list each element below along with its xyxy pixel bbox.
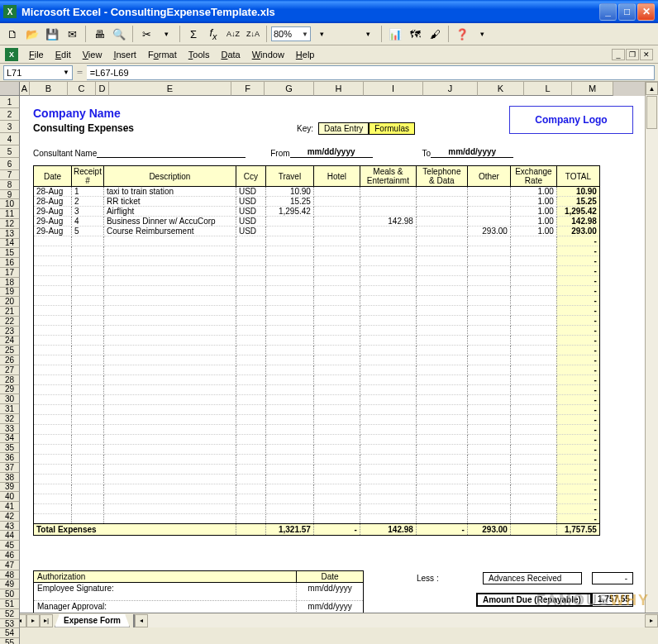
cell[interactable] [416, 246, 467, 256]
row-header-31[interactable]: 31 [0, 404, 20, 414]
row-header-42[interactable]: 42 [0, 512, 20, 522]
cell[interactable] [34, 385, 72, 395]
cell[interactable] [467, 355, 510, 365]
cell[interactable] [510, 385, 556, 395]
cell[interactable] [416, 207, 467, 217]
cell[interactable]: - [556, 445, 599, 455]
cell[interactable] [360, 246, 416, 256]
cell[interactable] [236, 276, 265, 286]
row-header-9[interactable]: 9 [0, 190, 20, 200]
row-header-54[interactable]: 54 [0, 628, 20, 638]
cell[interactable]: - [556, 346, 599, 355]
cell[interactable] [236, 355, 265, 365]
row-header-6[interactable]: 6 [0, 158, 20, 170]
cell[interactable] [467, 286, 510, 296]
cell[interactable] [265, 217, 313, 227]
cell[interactable] [72, 286, 104, 296]
col-header-C[interactable]: C [68, 82, 96, 96]
cell[interactable] [236, 435, 265, 445]
cell[interactable] [467, 475, 510, 484]
cell[interactable] [467, 326, 510, 336]
formula-input[interactable]: =L67-L69 [87, 65, 655, 80]
cell[interactable] [467, 306, 510, 316]
cell[interactable]: 142.98 [556, 217, 599, 227]
cell[interactable] [103, 266, 236, 276]
cell[interactable] [313, 494, 360, 504]
cell[interactable] [313, 415, 360, 425]
cell[interactable]: - [556, 405, 599, 415]
cell[interactable] [313, 227, 360, 236]
cell[interactable] [236, 256, 265, 266]
hscroll-left-icon[interactable]: ◂ [135, 614, 148, 627]
cell[interactable] [103, 256, 236, 266]
cut-icon[interactable]: ✂ [137, 25, 155, 43]
cell[interactable] [72, 336, 104, 346]
cell[interactable] [34, 346, 72, 355]
col-header-L[interactable]: L [524, 82, 572, 96]
cell[interactable] [236, 425, 265, 435]
cell[interactable] [34, 276, 72, 286]
cell[interactable] [467, 276, 510, 286]
cell[interactable] [236, 494, 265, 504]
workbook-close-button[interactable]: ✕ [640, 49, 653, 60]
cell[interactable] [34, 514, 72, 524]
cell[interactable]: 15.25 [556, 197, 599, 207]
cell[interactable]: 28-Aug [34, 187, 72, 197]
cell[interactable] [265, 346, 313, 355]
cell[interactable] [265, 296, 313, 306]
row-header-11[interactable]: 11 [0, 209, 20, 219]
cell[interactable] [34, 355, 72, 365]
row-header-41[interactable]: 41 [0, 502, 20, 512]
cell[interactable]: - [556, 316, 599, 326]
cell[interactable] [510, 504, 556, 514]
cell[interactable]: Airflight [103, 207, 236, 217]
cell[interactable] [103, 494, 236, 504]
cell[interactable] [34, 266, 72, 276]
cell[interactable] [467, 197, 510, 207]
cell[interactable]: 29-Aug [34, 207, 72, 217]
row-header-23[interactable]: 23 [0, 327, 20, 336]
cell[interactable] [313, 316, 360, 326]
col-header-F[interactable]: F [231, 82, 265, 96]
cell[interactable] [467, 217, 510, 227]
cell[interactable]: - [556, 326, 599, 336]
cell[interactable] [72, 445, 104, 455]
cell[interactable]: 15.25 [265, 197, 313, 207]
cell[interactable] [416, 266, 467, 276]
cell[interactable] [416, 455, 467, 465]
cell[interactable] [72, 435, 104, 445]
workbook-minimize-button[interactable]: _ [612, 49, 625, 60]
cell[interactable] [265, 395, 313, 405]
cell[interactable] [236, 365, 265, 375]
cell[interactable] [360, 455, 416, 465]
row-header-21[interactable]: 21 [0, 307, 20, 317]
cell[interactable] [34, 465, 72, 475]
cell[interactable] [34, 256, 72, 266]
menu-tools[interactable]: Tools [183, 48, 216, 61]
cell[interactable] [236, 475, 265, 484]
cell[interactable] [236, 296, 265, 306]
cell[interactable]: USD [236, 197, 265, 207]
cell[interactable] [313, 286, 360, 296]
cell[interactable] [416, 514, 467, 524]
undo-dropdown-icon[interactable]: ▾ [157, 25, 175, 43]
cell[interactable] [72, 484, 104, 494]
row-header-52[interactable]: 52 [0, 609, 20, 619]
cell[interactable] [34, 435, 72, 445]
cell[interactable]: - [556, 504, 599, 514]
cell[interactable] [510, 355, 556, 365]
row-header-38[interactable]: 38 [0, 473, 20, 483]
row-header-37[interactable]: 37 [0, 463, 20, 473]
cell[interactable] [313, 484, 360, 494]
row-header-33[interactable]: 33 [0, 424, 20, 434]
cell[interactable]: - [556, 296, 599, 306]
workbook-icon[interactable]: X [5, 48, 18, 61]
row-header-5[interactable]: 5 [0, 145, 20, 158]
cell[interactable] [360, 306, 416, 316]
cell[interactable]: - [556, 375, 599, 385]
cell[interactable]: 1.00 [510, 217, 556, 227]
print-preview-icon[interactable]: 🔍 [110, 25, 128, 43]
cell[interactable] [416, 227, 467, 236]
cell[interactable] [103, 346, 236, 355]
cell[interactable] [416, 365, 467, 375]
